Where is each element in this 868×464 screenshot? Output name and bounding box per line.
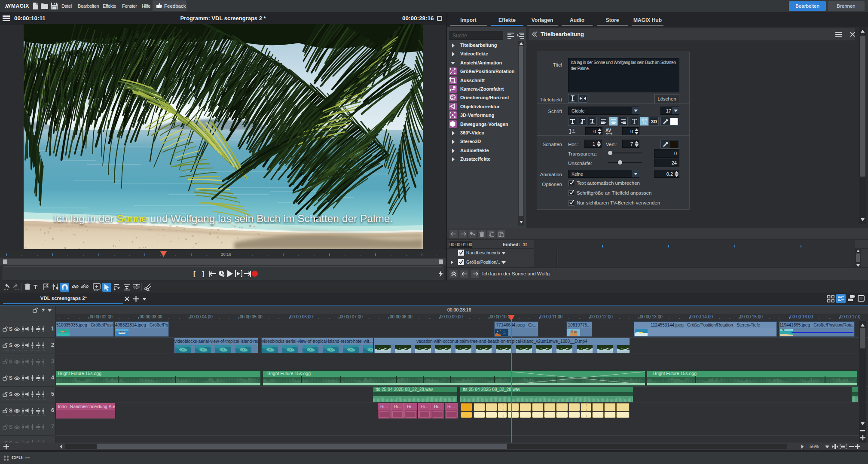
svg-text:MAGIX: MAGIX [11,3,29,9]
svg-text:3D: 3D [651,119,657,124]
svg-text:AV: AV [605,128,611,133]
svg-text:T: T [572,128,575,132]
